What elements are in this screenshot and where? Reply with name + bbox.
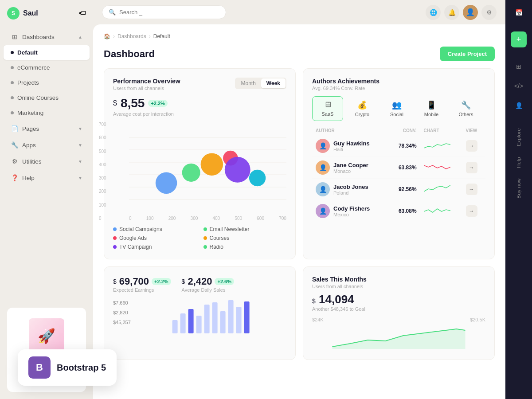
page-title: Dashboard (104, 48, 155, 60)
nav-dot-ecommerce (11, 66, 14, 69)
tab-week[interactable]: Week (261, 78, 286, 88)
search-box[interactable]: 🔍 (102, 5, 226, 19)
rp-code-icon[interactable]: </> (511, 78, 527, 94)
avatar-jacob: 👤 (316, 182, 330, 196)
avatar-guy: 👤 (316, 139, 330, 153)
performance-title: Performance Overview (113, 78, 180, 85)
rp-divider-2 (512, 53, 525, 53)
bubble-chart (129, 122, 286, 215)
mobile-icon: 📱 (426, 100, 436, 110)
sidebar: S Saul 🏷 ⊞ Dashboards ▲ Default eCommerc… (0, 0, 93, 399)
right-panel: 📅 + ⊞ </> 👤 Explore Help Buy now (505, 0, 532, 399)
sep1: › (113, 33, 115, 39)
sidebar-item-ecommerce[interactable]: eCommerce (4, 60, 90, 75)
search-input[interactable] (119, 9, 219, 16)
settings-icon[interactable]: ⚙ (481, 5, 497, 20)
chevron-down-apps: ▼ (78, 143, 82, 148)
author-tab-others[interactable]: 🔧 Others (450, 96, 481, 121)
view-btn-3[interactable]: → (466, 184, 477, 195)
authors-subtitle: Avg. 69.34% Conv. Rate (312, 86, 379, 91)
conv-rate-3: 92.56% (389, 179, 420, 200)
mini-chart-1 (424, 140, 450, 151)
dashboards-icon: ⊞ (11, 33, 19, 41)
rp-grid-icon[interactable]: ⊞ (511, 59, 527, 74)
apps-icon: 🔧 (11, 141, 19, 149)
sidebar-item-marketing[interactable]: Marketing (4, 106, 90, 120)
sidebar-item-default[interactable]: Default (4, 45, 90, 60)
social-label: Social (390, 112, 403, 117)
view-btn-1[interactable]: → (466, 140, 477, 152)
author-info-1: 👤 Guy Hawkins Haiti (316, 139, 385, 153)
bubble-chart-container: 700 600 500 400 300 200 100 0 (113, 122, 286, 221)
chevron-down-pages: ▼ (78, 126, 82, 131)
author-tab-saas[interactable]: 🖥 SaaS (312, 96, 343, 121)
notifications-icon[interactable]: 🌐 (426, 5, 441, 20)
y-axis: 700 600 500 400 300 200 100 0 (99, 122, 106, 221)
sidebar-label-projects: Projects (17, 79, 39, 86)
author-country-4: Mexico (333, 212, 370, 217)
author-tab-social[interactable]: 👥 Social (381, 96, 412, 121)
pin-icon[interactable]: 🏷 (79, 9, 86, 17)
others-icon: 🔧 (461, 100, 471, 110)
sidebar-item-pages[interactable]: 📄 Pages ▼ (4, 121, 90, 137)
sidebar-item-dashboards[interactable]: ⊞ Dashboards ▲ (4, 29, 90, 45)
author-country-2: Monaco (333, 168, 368, 174)
content-area: 🏠 › Dashboards › Default Dashboard Creat… (93, 24, 505, 399)
breadcrumb-dashboards[interactable]: Dashboards (117, 33, 146, 39)
rp-help-label[interactable]: Help (514, 153, 523, 172)
author-tab-crypto[interactable]: 💰 Crypto (347, 96, 378, 121)
crypto-label: Crypto (355, 112, 369, 117)
sales-subtitle: Users from all channels (312, 284, 485, 289)
view-btn-4[interactable]: → (466, 205, 477, 217)
svg-rect-19 (228, 300, 233, 333)
rp-calendar-icon[interactable]: 📅 (511, 4, 527, 20)
sidebar-label-dashboards: Dashboards (22, 34, 55, 40)
nav-dot-courses (11, 96, 14, 99)
crypto-icon: 💰 (357, 100, 367, 110)
bootstrap-icon: B (28, 356, 51, 379)
performance-tabs: Month Week (235, 78, 287, 89)
rp-user-icon[interactable]: 👤 (511, 98, 527, 113)
rp-explore-label[interactable]: Explore (514, 125, 523, 150)
bell-icon[interactable]: 🔔 (444, 5, 459, 20)
nav-dot-projects (11, 81, 14, 84)
sales-card: Sales This Months Users from all channel… (303, 266, 495, 360)
rp-buynow-label[interactable]: Buy now (514, 175, 523, 202)
sidebar-item-utilities[interactable]: ⚙ Utilities ▼ (4, 153, 90, 169)
sidebar-label-apps: Apps (22, 142, 36, 149)
sidebar-header: S Saul 🏷 (0, 0, 93, 27)
sidebar-label-ecommerce: eCommerce (17, 64, 50, 71)
performance-card: Performance Overview Users from all chan… (104, 68, 296, 259)
social-icon: 👥 (392, 100, 402, 110)
breadcrumb-current: Default (153, 33, 170, 39)
legend-dot-social (113, 227, 117, 231)
sidebar-label-pages: Pages (22, 125, 39, 132)
legend-radio: Radio (203, 244, 287, 250)
sidebar-item-online-courses[interactable]: Online Courses (4, 90, 90, 105)
svg-rect-14 (188, 309, 193, 333)
sidebar-label-default: Default (17, 49, 38, 56)
conv-rate-1: 78.34% (389, 135, 420, 157)
mini-chart-3 (424, 184, 450, 194)
app-logo: S Saul (7, 7, 38, 20)
page-header: Dashboard Create Project (104, 47, 495, 61)
performance-metric: $ 8,55 +2.2% (113, 96, 286, 110)
mini-chart-4 (424, 205, 450, 216)
tab-month[interactable]: Month (236, 78, 261, 88)
create-project-button[interactable]: Create Project (440, 47, 495, 61)
bar-chart-svg (138, 298, 286, 333)
sidebar-label-online-courses: Online Courses (17, 94, 59, 101)
author-name-2: Jane Cooper (333, 162, 368, 168)
avatar[interactable]: 👤 (463, 5, 478, 20)
saas-icon: 🖥 (324, 100, 332, 110)
daily-sales: $ 2,420 +2.6% Average Daily Sales (182, 276, 234, 293)
rp-add-icon[interactable]: + (511, 31, 527, 47)
view-btn-2[interactable]: → (466, 162, 477, 173)
sales-title: Sales This Months (312, 276, 485, 283)
sidebar-item-help[interactable]: ❓ Help ▼ (4, 170, 90, 186)
conv-rate-4: 63.08% (389, 200, 420, 222)
sidebar-item-projects[interactable]: Projects (4, 75, 90, 90)
chevron-up-icon: ▲ (78, 35, 82, 39)
author-tab-mobile[interactable]: 📱 Mobile (416, 96, 447, 121)
sidebar-item-apps[interactable]: 🔧 Apps ▼ (4, 137, 90, 153)
